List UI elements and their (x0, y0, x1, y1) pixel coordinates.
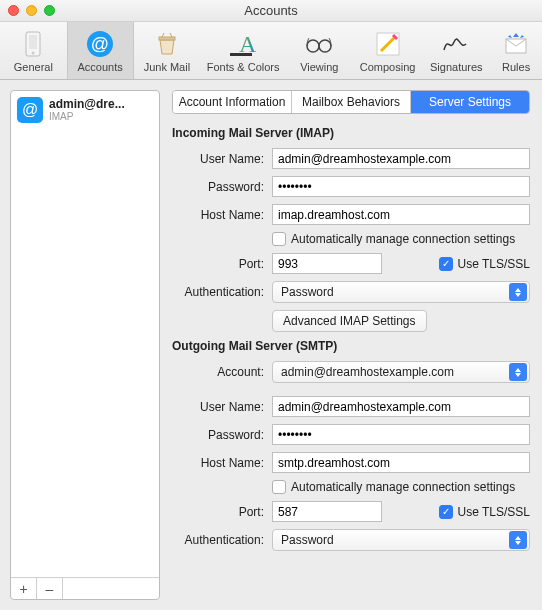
incoming-authentication-select[interactable]: Password (272, 281, 530, 303)
remove-account-button[interactable]: – (37, 578, 63, 599)
general-icon (18, 29, 48, 59)
tab-account-information[interactable]: Account Information (173, 91, 292, 113)
toolbar-item-accounts[interactable]: @ Accounts (67, 22, 134, 79)
toolbar-label: Composing (360, 61, 416, 73)
checkbox-label: Automatically manage connection settings (291, 232, 515, 246)
incoming-host-name-field[interactable] (272, 204, 530, 225)
signature-icon (441, 29, 471, 59)
account-row[interactable]: @ admin@dre... IMAP (11, 91, 159, 129)
rules-icon (501, 29, 531, 59)
outgoing-authentication-select[interactable]: Password (272, 529, 530, 551)
toolbar-item-composing[interactable]: Composing (353, 22, 423, 79)
svg-rect-1 (29, 35, 37, 49)
svg-line-6 (162, 33, 164, 37)
detail-tabs: Account Information Mailbox Behaviors Se… (172, 90, 530, 114)
incoming-port-field[interactable] (272, 253, 382, 274)
checkbox-icon (439, 257, 453, 271)
label-host-name: Host Name: (172, 456, 272, 470)
label-port: Port: (172, 505, 272, 519)
checkbox-icon (272, 480, 286, 494)
fonts-colors-icon: A (228, 29, 258, 59)
toolbar-item-viewing[interactable]: Viewing (286, 22, 353, 79)
toolbar-item-junk-mail[interactable]: Junk Mail (134, 22, 201, 79)
label-account: Account: (172, 365, 272, 379)
label-authentication: Authentication: (172, 285, 272, 299)
outgoing-header: Outgoing Mail Server (SMTP) (172, 339, 530, 353)
label-password: Password: (172, 428, 272, 442)
outgoing-use-tls-checkbox[interactable]: Use TLS/SSL (439, 505, 530, 519)
toolbar-item-signatures[interactable]: Signatures (422, 22, 490, 79)
tab-server-settings[interactable]: Server Settings (411, 91, 529, 113)
outgoing-password-field[interactable] (272, 424, 530, 445)
select-value: Password (281, 533, 334, 547)
outgoing-auto-manage-checkbox[interactable]: Automatically manage connection settings (272, 480, 515, 494)
incoming-user-name-field[interactable] (272, 148, 530, 169)
toolbar-item-general[interactable]: General (0, 22, 67, 79)
compose-icon (373, 29, 403, 59)
at-icon: @ (85, 29, 115, 59)
svg-point-11 (319, 40, 331, 52)
toolbar-label: Accounts (78, 61, 123, 73)
add-account-button[interactable]: + (11, 578, 37, 599)
incoming-use-tls-checkbox[interactable]: Use TLS/SSL (439, 257, 530, 271)
trash-icon (152, 29, 182, 59)
preferences-toolbar: General @ Accounts Junk Mail A Fonts & C… (0, 22, 542, 80)
outgoing-user-name-field[interactable] (272, 396, 530, 417)
svg-line-7 (170, 33, 172, 37)
checkbox-icon (272, 232, 286, 246)
checkbox-icon (439, 505, 453, 519)
checkbox-label: Use TLS/SSL (458, 505, 530, 519)
chevron-updown-icon (509, 283, 527, 301)
svg-text:@: @ (91, 34, 109, 54)
toolbar-label: Rules (502, 61, 530, 73)
toolbar-label: Signatures (430, 61, 483, 73)
account-type: IMAP (49, 111, 125, 122)
label-user-name: User Name: (172, 152, 272, 166)
accounts-list[interactable]: @ admin@dre... IMAP (11, 91, 159, 577)
svg-rect-9 (230, 53, 252, 56)
tab-mailbox-behaviors[interactable]: Mailbox Behaviors (292, 91, 411, 113)
label-host-name: Host Name: (172, 208, 272, 222)
advanced-imap-settings-button[interactable]: Advanced IMAP Settings (272, 310, 427, 332)
toolbar-label: General (14, 61, 53, 73)
titlebar: Accounts (0, 0, 542, 22)
toolbar-item-fonts-colors[interactable]: A Fonts & Colors (200, 22, 286, 79)
toolbar-label: Fonts & Colors (207, 61, 280, 73)
content-pane: Account Information Mailbox Behaviors Se… (160, 80, 542, 610)
checkbox-label: Automatically manage connection settings (291, 480, 515, 494)
window-title: Accounts (0, 3, 542, 18)
label-user-name: User Name: (172, 400, 272, 414)
outgoing-port-field[interactable] (272, 501, 382, 522)
glasses-icon (304, 29, 334, 59)
chevron-updown-icon (509, 531, 527, 549)
toolbar-item-rules[interactable]: Rules (490, 22, 542, 79)
select-value: admin@dreamhostexample.com (281, 365, 454, 379)
chevron-updown-icon (509, 363, 527, 381)
accounts-sidebar: @ admin@dre... IMAP + – (10, 90, 160, 600)
svg-point-10 (307, 40, 319, 52)
checkbox-label: Use TLS/SSL (458, 257, 530, 271)
incoming-password-field[interactable] (272, 176, 530, 197)
toolbar-label: Junk Mail (144, 61, 190, 73)
label-port: Port: (172, 257, 272, 271)
select-value: Password (281, 285, 334, 299)
sidebar-footer: + – (11, 577, 159, 599)
incoming-auto-manage-checkbox[interactable]: Automatically manage connection settings (272, 232, 515, 246)
outgoing-host-name-field[interactable] (272, 452, 530, 473)
label-password: Password: (172, 180, 272, 194)
incoming-header: Incoming Mail Server (IMAP) (172, 126, 530, 140)
label-authentication: Authentication: (172, 533, 272, 547)
at-icon: @ (17, 97, 43, 123)
svg-rect-5 (159, 37, 175, 40)
account-email: admin@dre... (49, 97, 125, 111)
svg-point-2 (32, 51, 35, 54)
outgoing-account-select[interactable]: admin@dreamhostexample.com (272, 361, 530, 383)
toolbar-label: Viewing (300, 61, 338, 73)
